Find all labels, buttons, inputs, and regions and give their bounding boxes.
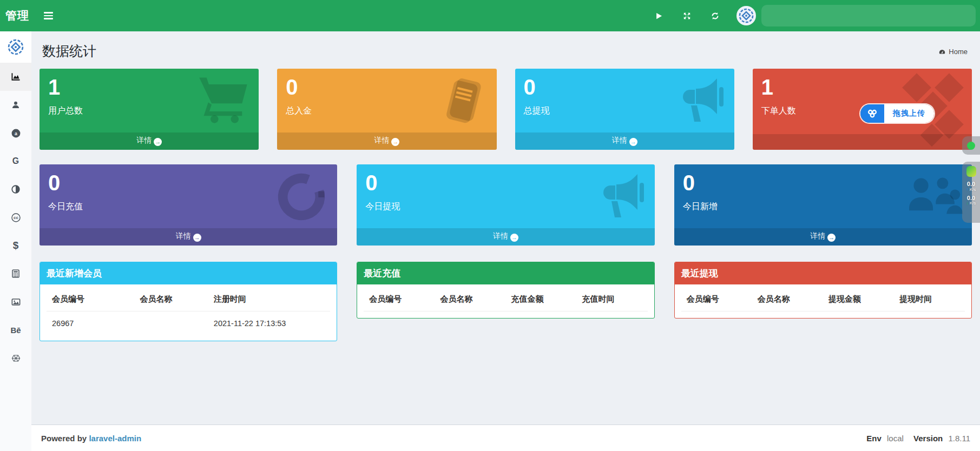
stat-value: 0 (683, 171, 963, 195)
svg-text:a: a (15, 130, 17, 136)
sidebar-toggle-button[interactable] (36, 0, 61, 31)
version-value: 1.8.11 (948, 434, 970, 443)
stat-label: 用户总数 (48, 105, 250, 117)
col-header: 注册时间 (208, 286, 330, 311)
sidebar-item-users[interactable] (0, 91, 31, 119)
network-speed-widget[interactable]: 0.0 ↑ K/s 0.0 ↓ K/s (962, 162, 980, 223)
sidebar: a G cc $ (0, 31, 31, 451)
arrow-down-icon: ↓ (966, 201, 969, 205)
col-header: 会员名称 (435, 286, 505, 311)
speed-widget-icon (966, 166, 976, 177)
panel-recent-members: 最近新增会员 会员编号 会员名称 注册时间 26967 2021-11-22 1… (40, 262, 337, 341)
laravel-admin-link[interactable]: laravel-admin (89, 434, 141, 443)
stat-box-total-deposit: 0 总入金 详情→ (277, 69, 496, 150)
sidebar-item-google[interactable]: G (0, 147, 31, 175)
sidebar-item-gem[interactable] (0, 344, 31, 372)
play-icon[interactable] (644, 0, 673, 31)
upload-cloud-icon (860, 104, 884, 123)
refresh-icon[interactable] (701, 0, 729, 31)
arrow-circle-icon: → (391, 138, 399, 146)
stat-box-today-new: 0 今日新增 详情→ (674, 164, 972, 246)
green-dot-icon (967, 142, 975, 150)
stat-value: 1 (761, 75, 963, 99)
sidebar-item-dashboard[interactable] (0, 63, 31, 91)
sidebar-item-amazon[interactable]: a (0, 119, 31, 147)
stat-box-today-withdraw: 0 今日提现 详情→ (357, 164, 654, 246)
sidebar-item-creative-commons[interactable]: cc (0, 203, 31, 231)
sidebar-item-adjust[interactable] (0, 175, 31, 203)
stat-value: 0 (365, 171, 646, 195)
sidebar-item-behance[interactable]: Bē (0, 316, 31, 344)
stat-value: 0 (524, 75, 726, 99)
col-header: 会员编号 (47, 286, 135, 311)
details-link[interactable]: 详情→ (277, 132, 496, 150)
recent-withdraw-table: 会员编号 会员名称 提现金额 提现时间 (681, 286, 965, 311)
area-chart-icon (10, 71, 21, 82)
stat-box-order-users: 1 下单人数 拖拽上传 (753, 69, 972, 150)
env-label: Env (866, 434, 882, 443)
drag-upload-button[interactable]: 拖拽上传 (860, 104, 934, 123)
breadcrumb-home[interactable]: Home (949, 48, 968, 56)
breadcrumb[interactable]: Home (938, 48, 968, 56)
col-header: 充值时间 (577, 286, 648, 311)
recent-members-table: 会员编号 会员名称 注册时间 26967 2021-11-22 17:13:53 (47, 286, 330, 334)
details-link[interactable]: → (753, 134, 972, 150)
sidebar-item-image[interactable] (0, 288, 31, 316)
table-row: 26967 2021-11-22 17:13:53 (47, 311, 330, 335)
page-title: 数据统计 (42, 42, 969, 60)
app-logo-icon[interactable] (0, 31, 31, 63)
panel-recent-withdraw: 最近提现 会员编号 会员名称 提现金额 提现时间 (674, 262, 972, 319)
stat-value: 1 (48, 75, 250, 99)
dashboard-gauge-icon (938, 48, 946, 56)
stat-value: 0 (286, 75, 488, 99)
details-link[interactable]: 详情→ (515, 132, 734, 150)
download-speed: 0.0 ↓ K/s (966, 195, 976, 206)
arrow-circle-icon: → (827, 234, 836, 242)
panel-title: 最近新增会员 (40, 262, 337, 284)
creative-commons-icon: cc (11, 213, 21, 223)
panel-title: 最近提现 (675, 262, 971, 284)
version-label: Version (913, 434, 943, 443)
stat-label: 今日充值 (48, 201, 328, 213)
arrow-circle-icon: → (154, 138, 162, 146)
panel-title: 最近充值 (357, 262, 654, 284)
arrow-circle-icon: → (629, 138, 637, 146)
details-link[interactable]: 详情→ (357, 228, 654, 246)
col-header: 会员编号 (681, 286, 752, 311)
stat-value: 0 (48, 171, 328, 195)
stat-label: 今日新增 (683, 201, 963, 213)
navbar-highlight-pill (761, 5, 976, 26)
svg-text:G: G (12, 156, 19, 165)
stat-label: 总提现 (524, 105, 726, 117)
main-footer: Powered by laravel-admin Env local Versi… (31, 425, 980, 451)
stat-box-total-withdraw: 0 总提现 详情→ (515, 69, 734, 150)
top-navbar: 管理 (0, 0, 980, 31)
drag-upload-label: 拖拽上传 (884, 104, 934, 123)
stat-label: 总入金 (286, 105, 488, 117)
user-avatar[interactable] (736, 6, 756, 25)
stat-box-today-recharge: 0 今日充值 详情→ (40, 164, 337, 246)
brand-title: 管理 (0, 8, 36, 23)
arrow-circle-icon: → (193, 234, 201, 242)
adjust-icon (11, 184, 21, 194)
upload-speed: 0.0 ↑ K/s (966, 181, 976, 192)
details-link[interactable]: 详情→ (674, 228, 972, 246)
gem-icon (11, 353, 21, 363)
google-icon: G (10, 156, 21, 167)
arrow-circle-icon: → (510, 234, 518, 242)
extension-status-button[interactable] (962, 136, 980, 155)
sidebar-item-dollar[interactable]: $ (0, 231, 31, 260)
col-header: 会员编号 (364, 286, 435, 311)
arrow-up-icon: ↑ (966, 187, 969, 192)
col-header: 充值金额 (505, 286, 576, 311)
svg-text:cc: cc (14, 215, 18, 220)
fullscreen-icon[interactable] (673, 0, 701, 31)
details-link[interactable]: 详情→ (40, 228, 337, 246)
col-header: 提现金额 (823, 286, 894, 311)
sidebar-item-calculator[interactable] (0, 260, 31, 288)
details-link[interactable]: 详情→ (40, 132, 259, 150)
dollar-icon: $ (13, 240, 19, 251)
recent-recharge-table: 会员编号 会员名称 充值金额 充值时间 (364, 286, 647, 311)
image-icon (11, 297, 21, 307)
user-icon (11, 100, 21, 110)
